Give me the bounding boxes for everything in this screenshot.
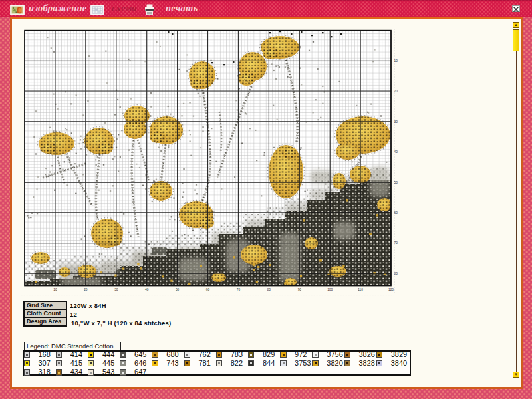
svg-text:80: 80 (267, 288, 271, 291)
svg-text:30: 30 (394, 120, 398, 124)
svg-text:60: 60 (394, 211, 398, 215)
svg-text:50: 50 (176, 288, 180, 291)
svg-text:20: 20 (394, 90, 398, 93)
svg-text:100: 100 (327, 288, 332, 291)
svg-text:110: 110 (358, 288, 363, 291)
svg-text:80: 80 (394, 272, 398, 275)
svg-text:70: 70 (237, 288, 241, 291)
svg-text:10: 10 (53, 288, 57, 291)
svg-text:90: 90 (298, 288, 302, 291)
svg-text:10: 10 (394, 59, 398, 63)
svg-text:50: 50 (394, 181, 398, 184)
svg-text:60: 60 (206, 288, 210, 291)
svg-text:30: 30 (114, 288, 118, 291)
svg-text:40: 40 (394, 150, 398, 154)
svg-text:120: 120 (388, 288, 394, 291)
svg-text:40: 40 (145, 288, 149, 291)
svg-text:20: 20 (84, 288, 88, 291)
svg-text:70: 70 (394, 241, 398, 245)
